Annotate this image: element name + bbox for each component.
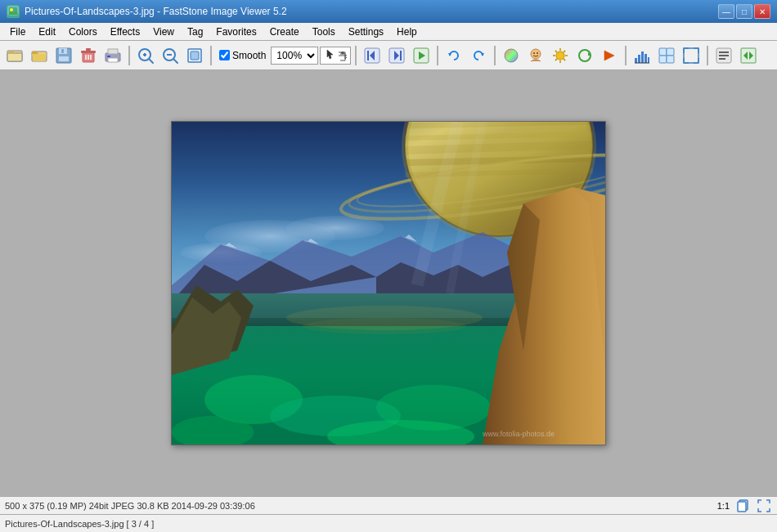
svg-line-54 [555, 58, 557, 60]
svg-rect-65 [659, 56, 667, 63]
separator-6 [625, 46, 627, 65]
svg-rect-71 [719, 58, 725, 60]
svg-rect-59 [641, 51, 644, 63]
svg-rect-28 [191, 51, 199, 60]
expand-button[interactable] [737, 44, 760, 67]
delete-button[interactable] [77, 44, 100, 67]
separator-4 [437, 46, 438, 65]
svg-rect-70 [719, 55, 729, 56]
svg-rect-4 [7, 53, 22, 61]
svg-line-78 [405, 159, 593, 163]
svg-rect-72 [741, 48, 756, 63]
rotate-left-button[interactable] [442, 44, 465, 67]
menu-colors[interactable]: Colors [62, 25, 104, 39]
forward-button[interactable] [598, 44, 621, 67]
title-controls: — □ ✕ [718, 4, 770, 19]
print-button[interactable] [101, 44, 124, 67]
svg-point-44 [533, 52, 535, 54]
file-info: Pictures-Of-Landscapes-3.jpg [ 3 / 4 ] [5, 519, 154, 529]
status-fullscreen-button[interactable] [756, 498, 772, 514]
svg-rect-12 [86, 48, 91, 51]
multi-window-button[interactable] [655, 44, 678, 67]
zoom-out-button[interactable] [159, 44, 182, 67]
svg-rect-60 [645, 54, 647, 63]
rotate-right-button[interactable] [467, 44, 490, 67]
svg-marker-56 [604, 51, 614, 60]
menu-file[interactable]: File [3, 25, 32, 39]
svg-line-26 [173, 59, 177, 63]
brightness-button[interactable] [549, 44, 572, 67]
svg-rect-34 [367, 51, 369, 60]
window-title: Pictures-Of-Landscapes-3.jpg - FastStone… [25, 6, 287, 17]
refresh-button[interactable] [573, 44, 596, 67]
histogram-button[interactable] [631, 44, 653, 67]
prev-button[interactable] [361, 44, 384, 67]
color-adjust-button[interactable] [500, 44, 523, 67]
smooth-checkbox[interactable] [219, 50, 230, 60]
svg-line-51 [555, 50, 557, 51]
svg-line-80 [409, 122, 589, 126]
menu-help[interactable]: Help [390, 25, 424, 39]
fit-window-button[interactable] [183, 44, 206, 67]
zoom-in-button[interactable] [134, 44, 157, 67]
svg-rect-67 [684, 48, 698, 63]
svg-rect-57 [635, 58, 637, 63]
fullscreen-button[interactable] [680, 44, 703, 67]
svg-text:www.fotolia-photos.de: www.fotolia-photos.de [482, 430, 555, 438]
menu-edit[interactable]: Edit [32, 25, 62, 39]
svg-rect-8 [59, 56, 69, 61]
toolbar: Smooth 100% 50% 75% 125% 150% 200% [0, 41, 777, 70]
menu-favorites[interactable]: Favorites [209, 25, 263, 39]
status-info: 500 x 375 (0.19 MP) 24bit JPEG 30.8 KB 2… [5, 501, 255, 511]
open-folder-button[interactable] [28, 44, 51, 67]
menu-tag[interactable]: Tag [181, 25, 209, 39]
bottom-bar: Pictures-Of-Landscapes-3.jpg [ 3 / 4 ] [0, 514, 777, 532]
menu-settings[interactable]: Settings [342, 25, 390, 39]
menu-effects[interactable]: Effects [104, 25, 146, 39]
title-bar-left: Pictures-Of-Landscapes-3.jpg - FastStone… [7, 5, 287, 18]
svg-rect-9 [61, 49, 64, 53]
svg-point-46 [556, 51, 564, 60]
face-detect-button[interactable] [524, 44, 547, 67]
svg-rect-61 [648, 57, 649, 63]
svg-point-1 [10, 8, 13, 11]
svg-rect-19 [107, 56, 110, 57]
svg-rect-69 [719, 51, 729, 53]
smooth-control: Smooth [219, 50, 266, 61]
svg-rect-63 [659, 48, 667, 56]
scene-svg: www.fotolia-photos.de [172, 122, 605, 445]
menu-tools[interactable]: Tools [306, 25, 342, 39]
svg-rect-64 [667, 48, 674, 56]
menu-view[interactable]: View [146, 25, 181, 39]
close-button[interactable]: ✕ [754, 4, 770, 19]
status-bar: 500 x 375 (0.19 MP) 24bit JPEG 30.8 KB 2… [0, 496, 777, 514]
separator-1 [128, 46, 130, 65]
menu-bar: File Edit Colors Effects View Tag Favori… [0, 23, 777, 41]
open-file-button[interactable] [3, 44, 26, 67]
cursor-button[interactable] [320, 47, 351, 65]
save-button[interactable] [52, 44, 75, 67]
smooth-label[interactable]: Smooth [232, 50, 266, 61]
zoom-ratio: 1:1 [717, 501, 730, 511]
image-viewer: www.fotolia-photos.de [0, 70, 777, 496]
svg-point-110 [303, 318, 466, 334]
menu-create[interactable]: Create [263, 25, 306, 39]
maximize-button[interactable]: □ [736, 4, 752, 19]
svg-rect-66 [667, 56, 674, 63]
image-container: www.fotolia-photos.de [171, 121, 606, 445]
svg-rect-37 [400, 51, 402, 60]
minimize-button[interactable]: — [718, 4, 734, 19]
svg-point-42 [505, 49, 518, 62]
next-button[interactable] [385, 44, 408, 67]
separator-7 [707, 46, 708, 65]
svg-point-43 [531, 49, 541, 59]
svg-rect-58 [638, 55, 640, 63]
svg-line-52 [564, 58, 565, 60]
separator-3 [355, 46, 357, 65]
zoom-select[interactable]: 100% 50% 75% 125% 150% 200% [271, 47, 318, 65]
svg-line-23 [149, 59, 153, 63]
settings-button[interactable] [712, 44, 735, 67]
slideshow-button[interactable] [410, 44, 433, 67]
app-icon [7, 5, 20, 18]
status-copy-button[interactable] [734, 498, 751, 514]
